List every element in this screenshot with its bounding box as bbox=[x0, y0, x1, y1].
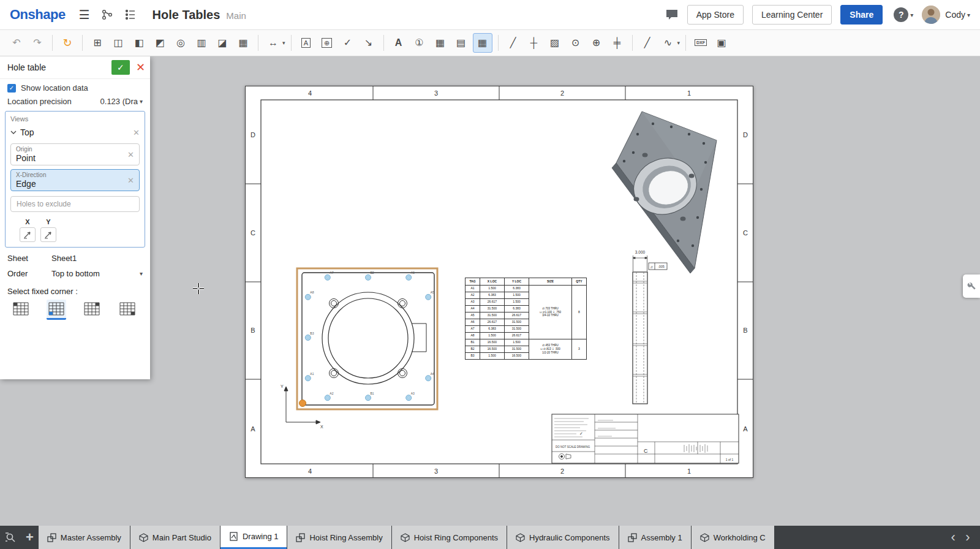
flip-x-button[interactable] bbox=[20, 227, 36, 242]
tab-main-part-studio[interactable]: Main Part Studio bbox=[130, 526, 220, 549]
document-title: Hole Tables bbox=[153, 8, 221, 22]
sheet-size: C bbox=[644, 448, 648, 454]
hole-table-icon[interactable]: ▦ bbox=[473, 33, 492, 53]
center-of-mass-icon[interactable]: ⊕ bbox=[587, 34, 606, 52]
dxf-export-icon[interactable]: DXF bbox=[692, 34, 710, 52]
onshape-logo[interactable]: Onshape bbox=[10, 7, 66, 23]
sync-icon[interactable]: ↻ bbox=[58, 34, 77, 52]
centerline-icon[interactable]: ╱ bbox=[504, 34, 522, 52]
insert-image-icon[interactable]: ▣ bbox=[712, 34, 731, 52]
learning-center-button[interactable]: Learning Center bbox=[752, 5, 832, 25]
inspection-symbol-icon[interactable]: ① bbox=[410, 34, 429, 52]
note-icon[interactable]: A bbox=[297, 34, 315, 52]
top-view[interactable]: A1 A2 A3 A4 A5 A6 A7 A8 B1 B2 B3 bbox=[281, 268, 437, 429]
tab-hoist-ring-assembly[interactable]: Hoist Ring Assembly bbox=[287, 526, 391, 549]
tabs-scroll-right-button[interactable]: › bbox=[965, 531, 970, 544]
workspace-name[interactable]: Main bbox=[226, 10, 246, 21]
fixed-corner-label: Select fixed corner : bbox=[0, 278, 150, 300]
hole-marker bbox=[406, 395, 412, 401]
tab-workholding[interactable]: Workholding C bbox=[692, 526, 774, 549]
versions-history-icon[interactable] bbox=[101, 9, 113, 21]
xdirection-field[interactable]: X-Direction Edge ✕ bbox=[10, 169, 140, 191]
undo-icon[interactable]: ↶ bbox=[7, 34, 26, 52]
holes-exclude-input[interactable]: Holes to exclude bbox=[10, 196, 140, 212]
side-view[interactable]: 3.000 // .005 bbox=[633, 250, 667, 404]
crop-view-icon[interactable]: ▦ bbox=[234, 34, 252, 52]
dialog-title: Hole table bbox=[7, 62, 111, 72]
user-caret-icon[interactable]: ▾ bbox=[967, 12, 970, 18]
clear-origin-icon[interactable]: ✕ bbox=[127, 150, 134, 159]
tabs-scroll-left-button[interactable]: ‹ bbox=[951, 531, 955, 544]
app-store-button[interactable]: App Store bbox=[687, 5, 744, 25]
origin-value: Point bbox=[16, 153, 134, 163]
share-button[interactable]: Share bbox=[840, 5, 883, 25]
feature-list-icon[interactable] bbox=[124, 9, 137, 21]
drawing-hole-table[interactable]: TAG X LOC Y LOC SIZE QTY A11.5006.383 ∅.… bbox=[465, 278, 587, 360]
show-location-checkbox[interactable]: ✓ bbox=[7, 84, 16, 93]
insert-view-icon[interactable]: ⊞ bbox=[88, 34, 107, 52]
circle-icon[interactable]: ⊙ bbox=[567, 34, 585, 52]
flip-y-button[interactable] bbox=[40, 227, 56, 242]
order-caret-icon[interactable]: ▾ bbox=[140, 270, 143, 277]
tab-hydraulic-components[interactable]: Hydraulic Components bbox=[507, 526, 619, 549]
dimension-caret-icon[interactable]: ▾ bbox=[282, 40, 285, 46]
search-tabs-icon[interactable] bbox=[5, 532, 17, 543]
line-icon[interactable]: ╱ bbox=[638, 34, 657, 52]
projected-view-icon[interactable]: ◫ bbox=[109, 34, 127, 52]
hole-table-dialog: Hole table ✓ ✕ ✓ Show location data Loca… bbox=[0, 56, 150, 379]
auxiliary-view-icon[interactable]: ◩ bbox=[151, 34, 169, 52]
callout-icon[interactable]: ⊕ bbox=[318, 34, 336, 52]
centermark-icon[interactable]: ┼ bbox=[525, 34, 543, 52]
tab-assembly-1[interactable]: Assembly 1 bbox=[619, 526, 691, 549]
bom-table-icon[interactable]: ▤ bbox=[452, 34, 470, 52]
clear-xdirection-icon[interactable]: ✕ bbox=[127, 176, 134, 185]
tab-master-assembly[interactable]: Master Assembly bbox=[39, 526, 130, 549]
section-view-icon[interactable]: ◧ bbox=[130, 34, 148, 52]
hole-marker bbox=[366, 395, 371, 401]
zone-label: 3 bbox=[434, 89, 438, 97]
origin-marker[interactable] bbox=[300, 400, 306, 407]
tab-hoist-ring-components[interactable]: Hoist Ring Components bbox=[392, 526, 507, 549]
sheet-label: Sheet bbox=[7, 254, 51, 263]
spline-caret-icon[interactable]: ▾ bbox=[677, 40, 680, 46]
dimension-icon[interactable]: ↔ bbox=[264, 34, 282, 52]
precision-dropdown[interactable]: 0.123 (Dra ▾ bbox=[100, 97, 143, 106]
help-caret-icon[interactable]: ▾ bbox=[910, 12, 913, 18]
user-name[interactable]: Cody bbox=[945, 10, 965, 20]
surface-finish-icon[interactable]: ✓ bbox=[339, 34, 357, 52]
view-row-top[interactable]: Top ✕ bbox=[10, 125, 140, 140]
confirm-button[interactable]: ✓ bbox=[111, 60, 130, 75]
app-root: Onshape ☰ Hole Tables Main App Store Lea… bbox=[0, 0, 980, 549]
redo-icon[interactable]: ↷ bbox=[28, 34, 47, 52]
no-scale-note: DO NOT SCALE DRAWING bbox=[556, 445, 590, 449]
isometric-view[interactable] bbox=[612, 112, 717, 273]
hamburger-menu-icon[interactable]: ☰ bbox=[79, 7, 90, 22]
weld-symbol-icon[interactable]: ↘ bbox=[360, 34, 378, 52]
tools-flyout-tab[interactable] bbox=[963, 274, 980, 298]
break-out-section-icon[interactable]: ◪ bbox=[213, 34, 232, 52]
user-avatar[interactable] bbox=[922, 6, 940, 24]
fixed-corner-top-right-button[interactable] bbox=[82, 300, 102, 318]
hole-tag: A3 bbox=[411, 392, 415, 395]
detail-view-icon[interactable]: ◎ bbox=[172, 34, 190, 52]
zone-label: 2 bbox=[560, 468, 564, 475]
comments-icon[interactable] bbox=[665, 9, 679, 21]
add-tab-button[interactable]: + bbox=[26, 531, 34, 544]
origin-field[interactable]: Origin Point ✕ bbox=[10, 143, 140, 165]
fixed-corner-bottom-left-button[interactable] bbox=[47, 300, 66, 320]
fixed-corner-bottom-right-button[interactable] bbox=[118, 300, 137, 318]
remove-view-icon[interactable]: ✕ bbox=[133, 128, 140, 137]
order-dropdown[interactable]: Top to bottom bbox=[51, 269, 100, 278]
help-button[interactable]: ? bbox=[894, 7, 908, 22]
area-hatch-icon[interactable]: ▨ bbox=[546, 34, 564, 52]
fixed-corner-top-left-button[interactable] bbox=[11, 300, 31, 318]
text-icon[interactable]: A bbox=[390, 34, 408, 52]
tab-drawing-1[interactable]: Drawing 1 bbox=[221, 526, 287, 549]
construction-icon[interactable]: ╪ bbox=[608, 34, 627, 52]
cancel-button[interactable]: ✕ bbox=[136, 61, 145, 74]
hole-tag: A5 bbox=[431, 290, 434, 294]
table-icon[interactable]: ▦ bbox=[431, 34, 450, 52]
spline-icon[interactable]: ∿ bbox=[659, 34, 677, 52]
title-block[interactable]: DO NOT SCALE DRAWING C 1 of 1 ✓ bbox=[552, 414, 739, 463]
broken-view-icon[interactable]: ▥ bbox=[192, 34, 211, 52]
